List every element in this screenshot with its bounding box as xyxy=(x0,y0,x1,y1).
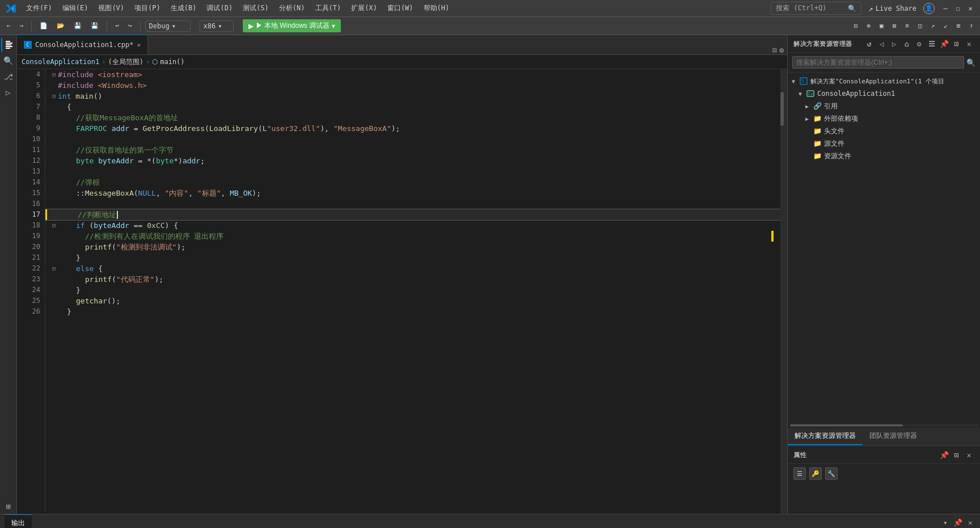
toolbar-newfile[interactable]: 📄 xyxy=(36,21,51,31)
window-close[interactable]: ✕ xyxy=(965,3,975,14)
breadcrumb-scope[interactable]: (全局范围) xyxy=(108,57,143,67)
tree-references[interactable]: ▶ 🔗 引用 xyxy=(788,100,980,112)
toolbar-forward[interactable]: → xyxy=(16,21,27,31)
menu-build[interactable]: 生成(B) xyxy=(166,2,201,15)
se-close-btn[interactable]: ✕ xyxy=(964,39,974,49)
prop-close-btn[interactable]: ✕ xyxy=(964,450,974,460)
toolbar-extra-8[interactable]: ↙ xyxy=(940,21,951,31)
scroll-thumb[interactable] xyxy=(780,92,784,126)
se-maximize-btn[interactable]: ⊡ xyxy=(952,39,962,49)
breadcrumb-project[interactable]: ConsoleApplication1 xyxy=(22,58,99,66)
run-button[interactable]: ▶ ▶ 本地 Windows 调试器 ▾ xyxy=(243,19,341,32)
menu-extensions[interactable]: 扩展(X) xyxy=(347,2,382,15)
toolbar-extra-7[interactable]: ↗ xyxy=(928,21,939,31)
toolbar-extra-3[interactable]: ▣ xyxy=(876,21,887,31)
line-num-17: 17 xyxy=(22,209,40,220)
prop-icon-2[interactable]: 🔑 xyxy=(809,467,822,480)
toolbar-extra-1[interactable]: ⊡ xyxy=(851,21,861,31)
code-content[interactable]: ⊟ #include <iostream> #include <Windows.… xyxy=(45,69,780,514)
references-icon: 🔗 xyxy=(813,102,822,111)
activity-search[interactable]: 🔍 xyxy=(1,53,16,68)
collapse-18[interactable]: ⊟ xyxy=(50,222,58,230)
se-refresh-btn[interactable]: ↺ xyxy=(864,39,875,49)
vs-logo xyxy=(5,2,17,15)
source-files-label: 源文件 xyxy=(824,139,844,149)
search-box[interactable]: 搜索 (Ctrl+Q) 🔍 xyxy=(771,2,861,15)
output-dropdown-btn[interactable]: ▾ xyxy=(940,518,951,528)
debug-config-select[interactable]: Debug ▾ xyxy=(145,20,191,32)
output-tab[interactable]: 输出 xyxy=(5,514,32,529)
window-restore[interactable]: ☐ xyxy=(953,3,963,14)
toolbar-redo[interactable]: ↪ xyxy=(125,21,136,31)
collapse-22[interactable]: ⊟ xyxy=(50,265,58,273)
tree-source-files[interactable]: ▶ 📁 源文件 xyxy=(788,137,980,150)
collapse-4[interactable]: ⊟ xyxy=(50,71,58,79)
se-filter-btn[interactable]: ☰ xyxy=(927,39,937,49)
toolbar-save[interactable]: 💾 xyxy=(70,21,85,31)
debug-config-label: Debug xyxy=(149,22,170,30)
output-close-btn[interactable]: ✕ xyxy=(965,518,975,528)
menu-view[interactable]: 视图(V) xyxy=(94,2,129,15)
menu-file[interactable]: 文件(F) xyxy=(22,2,57,15)
account-button[interactable]: 👤 xyxy=(923,3,935,14)
toolbar-extra-9[interactable]: ⊞ xyxy=(953,21,964,31)
tab-solution-explorer[interactable]: 解决方案资源管理器 xyxy=(788,428,863,445)
menu-test[interactable]: 测试(S) xyxy=(238,2,273,15)
menu-edit[interactable]: 编辑(E) xyxy=(58,2,93,15)
sep-3 xyxy=(140,21,141,31)
tree-external-deps[interactable]: ▶ 📁 外部依赖项 xyxy=(788,112,980,125)
activity-explorer[interactable] xyxy=(1,37,16,52)
prop-icon-1[interactable]: ☰ xyxy=(793,467,806,480)
code-line-10 xyxy=(45,134,780,145)
se-horizontal-scroll[interactable] xyxy=(790,424,978,426)
gutter-9 xyxy=(50,125,58,133)
se-forward-btn[interactable]: ▷ xyxy=(889,39,899,49)
toolbar-extra-5[interactable]: ≡ xyxy=(902,21,913,31)
se-hscroll-thumb[interactable] xyxy=(790,424,903,426)
tab-close-button[interactable]: ✕ xyxy=(137,41,141,49)
toolbar-saveall[interactable]: 💾 xyxy=(87,21,102,31)
code-line-17[interactable]: //判断地址 xyxy=(45,209,780,220)
tree-resource-files[interactable]: ▶ 📁 资源文件 xyxy=(788,150,980,162)
menu-analyze[interactable]: 分析(N) xyxy=(274,2,310,15)
menu-help[interactable]: 帮助(H) xyxy=(419,2,454,15)
menu-project[interactable]: 项目(P) xyxy=(130,2,165,15)
platform-select[interactable]: x86 ▾ xyxy=(200,20,234,32)
prop-pin-btn[interactable]: 📌 xyxy=(939,450,949,460)
editor-tab-active[interactable]: C ConsoleApplication1.cpp* ✕ xyxy=(17,35,148,54)
toolbar-extra-10[interactable]: ↑ xyxy=(966,21,977,31)
toolbar-back[interactable]: ← xyxy=(3,21,14,31)
menu-window[interactable]: 窗口(W) xyxy=(383,2,418,15)
tab-split-icon[interactable]: ⊡ xyxy=(772,46,777,54)
toolbar-extra-2[interactable]: ⊕ xyxy=(863,21,874,31)
prop-maximize-btn[interactable]: ⊡ xyxy=(952,450,962,460)
code-editor[interactable]: 4 5 6 7 8 9 10 11 12 13 14 15 16 17 18 1… xyxy=(17,69,787,514)
tab-gear-icon[interactable]: ⚙ xyxy=(779,46,784,54)
activity-git[interactable]: ⎇ xyxy=(1,69,16,84)
activity-debug[interactable]: ▷ xyxy=(1,85,16,100)
collapse-6[interactable]: ⊟ xyxy=(50,92,58,100)
se-pin-btn[interactable]: 📌 xyxy=(939,39,949,49)
toolbar-open[interactable]: 📂 xyxy=(53,21,68,31)
toolbar-extra-6[interactable]: ◫ xyxy=(915,21,926,31)
breadcrumb-func[interactable]: main() xyxy=(160,58,184,66)
window-minimize[interactable]: — xyxy=(940,3,951,14)
tree-solution-root[interactable]: ▼ S 解决方案"ConsoleApplication1"(1 个项目 xyxy=(788,75,980,87)
toolbar-undo[interactable]: ↩ xyxy=(112,21,122,31)
activity-extensions[interactable]: ⊞ xyxy=(1,499,16,514)
output-pin-btn[interactable]: 📌 xyxy=(953,518,963,528)
se-back-btn[interactable]: ◁ xyxy=(877,39,887,49)
menu-search-area: 搜索 (Ctrl+Q) 🔍 xyxy=(771,2,861,15)
tab-team-explorer[interactable]: 团队资源管理器 xyxy=(863,428,924,445)
tree-header-files[interactable]: ▶ 📁 头文件 xyxy=(788,125,980,137)
menu-debug[interactable]: 调试(D) xyxy=(202,2,237,15)
se-search-input[interactable] xyxy=(792,56,964,69)
vertical-scrollbar[interactable] xyxy=(780,69,787,514)
toolbar-extra-4[interactable]: ⊠ xyxy=(889,21,900,31)
se-settings-btn[interactable]: ⚙ xyxy=(914,39,924,49)
se-home-btn[interactable]: ⌂ xyxy=(902,39,912,49)
prop-icon-3[interactable]: 🔧 xyxy=(825,467,838,480)
tree-project[interactable]: ▼ C+ ConsoleApplication1 xyxy=(788,87,980,100)
live-share-button[interactable]: ↗ Live Share xyxy=(863,2,922,15)
menu-tools[interactable]: 工具(T) xyxy=(311,2,346,15)
